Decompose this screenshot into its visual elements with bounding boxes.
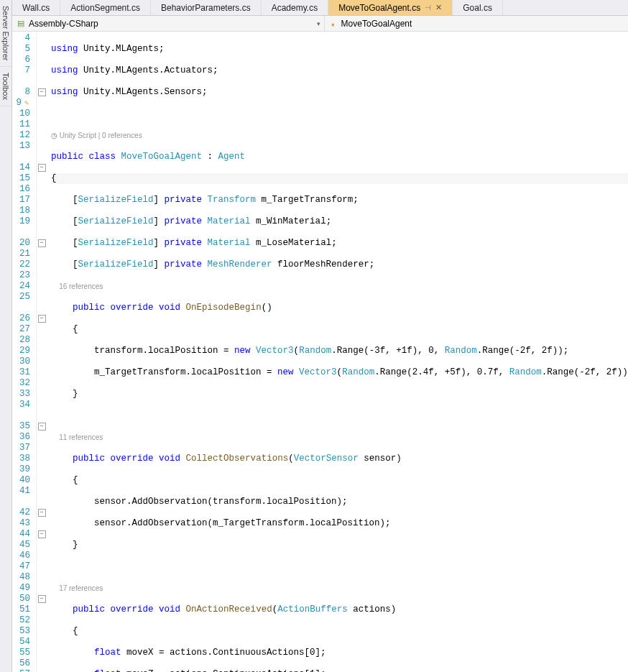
tab-goal[interactable]: Goal.cs: [453, 0, 503, 15]
nav-project-label: Assembly-CSharp: [29, 19, 98, 29]
line-number-gutter: 456789 ✎10111213141516171819202122232425…: [12, 32, 37, 672]
navigation-bar: ▤ Assembly-CSharp ▾ ⬧ MoveToGoalAgent ▾: [12, 16, 628, 32]
main-area: Wall.cs ActionSegment.cs BehaviorParamet…: [12, 0, 628, 672]
tab-academy[interactable]: Academy.cs: [262, 0, 328, 15]
csharp-project-icon: ▤: [16, 19, 26, 29]
fold-toggle[interactable]: −: [38, 315, 46, 323]
fold-column: − − − − − − − −: [37, 32, 47, 672]
tab-label: MoveToGoalAgent.cs: [338, 3, 420, 13]
code-content[interactable]: using Unity.MLAgents; using Unity.MLAgen…: [47, 32, 628, 672]
fold-toggle[interactable]: −: [38, 88, 46, 96]
fold-toggle[interactable]: −: [38, 164, 46, 172]
code-editor[interactable]: 456789 ✎10111213141516171819202122232425…: [12, 32, 628, 672]
fold-toggle[interactable]: −: [38, 423, 46, 431]
fold-toggle[interactable]: −: [38, 530, 46, 538]
nav-class-label: MoveToGoalAgent: [341, 19, 412, 29]
fold-toggle[interactable]: −: [38, 509, 46, 517]
nav-class-dropdown[interactable]: ⬧ MoveToGoalAgent ▾: [325, 16, 628, 31]
close-icon[interactable]: ✕: [435, 3, 442, 12]
document-tabs: Wall.cs ActionSegment.cs BehaviorParamet…: [12, 0, 628, 16]
nav-project-dropdown[interactable]: ▤ Assembly-CSharp ▾: [12, 16, 325, 31]
fold-toggle[interactable]: −: [38, 239, 46, 247]
tab-wall[interactable]: Wall.cs: [12, 0, 60, 15]
side-tab-toolbox[interactable]: Toolbox: [0, 67, 11, 106]
side-tab-server-explorer[interactable]: Server Explorer: [0, 0, 11, 67]
side-tab-well: Server Explorer Toolbox: [0, 0, 12, 672]
tab-behaviorparameters[interactable]: BehaviorParameters.cs: [151, 0, 262, 15]
class-icon: ⬧: [328, 19, 338, 29]
tab-movetogoalagent[interactable]: MoveToGoalAgent.cs ⊣ ✕: [328, 0, 453, 15]
chevron-down-icon: ▾: [317, 20, 320, 27]
tab-actionsegment[interactable]: ActionSegment.cs: [60, 0, 151, 15]
pin-icon[interactable]: ⊣: [425, 4, 431, 11]
fold-toggle[interactable]: −: [38, 595, 46, 603]
